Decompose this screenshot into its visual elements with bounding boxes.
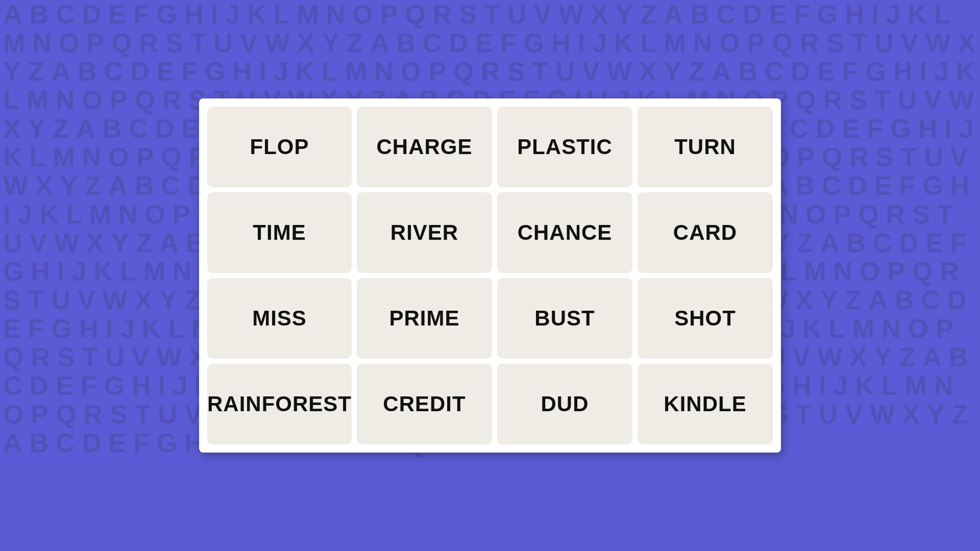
word-card-chance[interactable]: CHANCE xyxy=(497,192,632,273)
bg-letter: W xyxy=(867,400,899,429)
bg-letter: P xyxy=(425,57,450,86)
bg-letter: N xyxy=(323,0,350,29)
bg-letter: C xyxy=(126,114,152,143)
bg-letter: G xyxy=(101,371,129,400)
bg-letter: P xyxy=(169,200,194,229)
word-card-bust[interactable]: BUST xyxy=(497,278,632,359)
word-card-dud[interactable]: DUD xyxy=(497,364,632,444)
bg-letter: H xyxy=(890,57,917,86)
word-card-miss[interactable]: MISS xyxy=(207,278,352,359)
word-card-river[interactable]: RIVER xyxy=(357,192,492,273)
bg-letter: F xyxy=(864,114,887,143)
word-card-card[interactable]: CARD xyxy=(638,192,773,273)
bg-letter: I xyxy=(816,371,830,400)
bg-letter: R xyxy=(820,86,847,114)
bg-letter: B xyxy=(100,114,126,143)
bg-letter: P xyxy=(830,200,855,229)
bg-letter: L xyxy=(878,371,902,400)
bg-letter: X xyxy=(636,57,661,86)
bg-letter: K xyxy=(0,143,27,171)
bg-letter: G xyxy=(919,171,947,200)
word-label-prime: PRIME xyxy=(389,306,459,331)
word-card-credit[interactable]: CREDIT xyxy=(357,364,492,444)
bg-letter: I xyxy=(102,314,116,343)
bg-letter: N xyxy=(115,200,142,229)
bg-letter: A xyxy=(156,229,183,257)
bg-letter: D xyxy=(152,114,179,143)
word-card-charge[interactable]: CHARGE xyxy=(357,107,492,187)
bg-letter: W xyxy=(814,343,846,371)
bg-letter: A xyxy=(817,229,844,257)
bg-letter: L xyxy=(638,29,661,57)
word-card-turn[interactable]: TURN xyxy=(638,107,773,187)
bg-letter: B xyxy=(27,429,53,457)
bg-letter: T xyxy=(187,29,211,57)
bg-letter: B xyxy=(132,171,158,200)
bg-letter: R xyxy=(136,29,162,57)
bg-letter: S xyxy=(909,200,934,229)
bg-letter: S xyxy=(823,29,848,57)
word-label-miss: MISS xyxy=(252,306,307,331)
bg-letter: J xyxy=(589,29,611,57)
bg-letter: J xyxy=(931,57,953,86)
bg-letter: E xyxy=(154,57,179,86)
bg-letter: G xyxy=(48,314,76,343)
bg-letter: Y xyxy=(660,57,685,86)
bg-letter: J xyxy=(222,0,244,29)
bg-letter: W xyxy=(604,57,636,86)
bg-letter: N xyxy=(169,257,196,286)
bg-letter: J xyxy=(956,114,978,143)
bg-letter: Y xyxy=(817,286,842,314)
bg-letter: A xyxy=(865,286,892,314)
bg-letter: U xyxy=(921,143,947,171)
bg-letter: V xyxy=(789,343,814,371)
bg-letter: V xyxy=(530,0,555,29)
word-card-kindle[interactable]: KINDLE xyxy=(638,364,773,444)
bg-letter: O xyxy=(105,143,133,171)
bg-letter: X xyxy=(792,286,817,314)
bg-letter: A xyxy=(367,29,394,57)
bg-letter: R xyxy=(430,0,456,29)
bg-letter: N xyxy=(878,314,905,343)
bg-letter: J xyxy=(830,371,852,400)
bg-letter: M xyxy=(660,29,690,57)
word-card-shot[interactable]: SHOT xyxy=(638,278,773,359)
word-label-card: CARD xyxy=(673,220,737,245)
bg-letter: C xyxy=(53,0,79,29)
bg-letter: E xyxy=(814,57,839,86)
bg-letter: B xyxy=(687,0,714,29)
word-card-rainforest[interactable]: RAINFOREST xyxy=(207,364,352,444)
bg-letter: A xyxy=(709,57,736,86)
word-label-credit: CREDIT xyxy=(383,392,465,416)
bg-letter: B xyxy=(735,57,762,86)
bg-letter: F xyxy=(178,57,202,86)
bg-letter: D xyxy=(788,57,815,86)
bg-letter: F xyxy=(130,0,154,29)
word-card-time[interactable]: TIME xyxy=(207,192,352,273)
bg-letter: I xyxy=(575,29,589,57)
bg-letter: M xyxy=(140,257,169,286)
word-card-prime[interactable]: PRIME xyxy=(357,278,492,359)
word-label-rainforest: RAINFOREST xyxy=(207,392,352,416)
bg-letter: V xyxy=(921,86,946,114)
bg-letter: G xyxy=(814,0,842,29)
bg-letter: O xyxy=(0,400,28,429)
bg-letter: Y xyxy=(0,57,25,86)
bg-letter: W xyxy=(946,86,978,114)
bg-letter: S xyxy=(873,143,898,171)
bg-letter: S xyxy=(54,343,79,371)
word-card-plastic[interactable]: PLASTIC xyxy=(497,107,632,187)
bg-letter: X xyxy=(132,286,157,314)
bg-letter: F xyxy=(130,429,154,457)
word-label-flop: FLOP xyxy=(250,135,309,159)
bg-letter: P xyxy=(28,400,53,429)
bg-letter: B xyxy=(75,57,101,86)
bg-letter: Q xyxy=(0,343,28,371)
word-card-flop[interactable]: FLOP xyxy=(207,107,352,187)
bg-letter: B xyxy=(946,343,972,371)
bg-letter: R xyxy=(159,86,186,114)
bg-letter: E xyxy=(105,429,130,457)
bg-letter: F xyxy=(947,229,971,257)
bg-letter: V xyxy=(579,57,604,86)
bg-letter: H xyxy=(915,114,942,143)
